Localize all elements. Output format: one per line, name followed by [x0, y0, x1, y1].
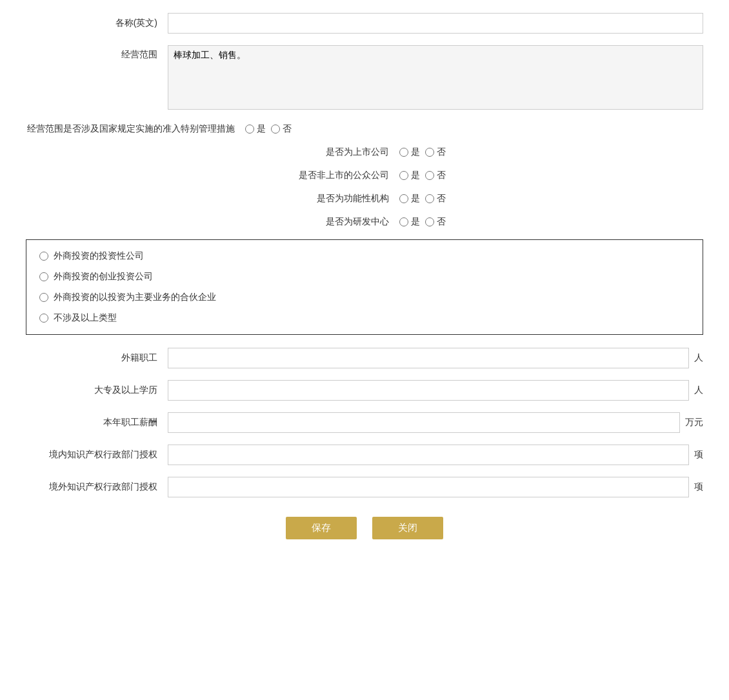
non-listed-public-yes-item[interactable]: 是	[399, 170, 420, 181]
button-row: 保存 关闭	[26, 517, 703, 539]
rd-center-no-label: 否	[437, 216, 446, 228]
domestic-ip-input[interactable]	[168, 445, 689, 465]
listed-no-radio[interactable]	[425, 148, 434, 157]
annual-salary-label: 本年职工薪酬	[26, 417, 168, 428]
annual-salary-unit: 万元	[685, 417, 703, 428]
investment-radio-3[interactable]	[39, 314, 48, 323]
listed-no-item[interactable]: 否	[425, 146, 446, 158]
college-above-input[interactable]	[168, 380, 689, 401]
business-scope-textarea[interactable]: 棒球加工、销售。	[168, 45, 703, 110]
rd-center-row: 是否为研发中心 是 否	[26, 216, 703, 228]
investment-label-3: 不涉及以上类型	[54, 312, 117, 324]
investment-option-0[interactable]: 外商投资的投资性公司	[39, 250, 690, 262]
functional-org-yes-label: 是	[411, 193, 420, 205]
functional-org-radio-group: 是 否	[399, 193, 446, 205]
special-mgmt-no-item[interactable]: 否	[271, 123, 292, 135]
business-scope-label: 经营范围	[26, 45, 168, 61]
non-listed-public-no-item[interactable]: 否	[425, 170, 446, 181]
special-mgmt-yes-item[interactable]: 是	[245, 123, 266, 135]
non-listed-public-yes-radio[interactable]	[399, 171, 408, 180]
foreign-ip-label: 境外知识产权行政部门授权	[26, 481, 168, 493]
college-above-label: 大专及以上学历	[26, 385, 168, 396]
non-listed-public-yes-label: 是	[411, 170, 420, 181]
rd-center-yes-item[interactable]: 是	[399, 216, 420, 228]
special-mgmt-radio-group: 是 否	[245, 123, 292, 135]
listed-yes-radio[interactable]	[399, 148, 408, 157]
college-above-unit: 人	[694, 385, 703, 396]
foreign-employees-label: 外籍职工	[26, 352, 168, 364]
functional-org-no-radio[interactable]	[425, 194, 434, 203]
annual-salary-input[interactable]	[168, 412, 680, 433]
investment-option-2[interactable]: 外商投资的以投资为主要业务的合伙企业	[39, 292, 690, 303]
name-en-row: 各称(英文)	[26, 13, 703, 34]
business-scope-wrapper: 棒球加工、销售。	[168, 45, 703, 112]
functional-org-no-item[interactable]: 否	[425, 193, 446, 205]
business-scope-row: 经营范围 棒球加工、销售。	[26, 45, 703, 112]
close-button[interactable]: 关闭	[372, 517, 443, 539]
investment-option-1[interactable]: 外商投资的创业投资公司	[39, 271, 690, 283]
name-en-input[interactable]	[168, 13, 703, 34]
investment-radio-0[interactable]	[39, 252, 48, 261]
special-mgmt-yes-radio[interactable]	[245, 125, 254, 134]
investment-option-3[interactable]: 不涉及以上类型	[39, 312, 690, 324]
foreign-employees-input[interactable]	[168, 348, 689, 368]
listed-row: 是否为上市公司 是 否	[26, 146, 703, 158]
college-above-row: 大专及以上学历 人	[26, 380, 703, 401]
special-mgmt-no-label: 否	[283, 123, 292, 135]
functional-org-yes-item[interactable]: 是	[399, 193, 420, 205]
rd-center-yes-radio[interactable]	[399, 217, 408, 226]
non-listed-public-no-radio[interactable]	[425, 171, 434, 180]
functional-org-no-label: 否	[437, 193, 446, 205]
functional-org-label: 是否为功能性机构	[283, 193, 399, 205]
foreign-employees-unit: 人	[694, 352, 703, 364]
domestic-ip-label: 境内知识产权行政部门授权	[26, 449, 168, 461]
foreign-ip-row: 境外知识产权行政部门授权 项	[26, 477, 703, 497]
special-mgmt-no-radio[interactable]	[271, 125, 280, 134]
annual-salary-row: 本年职工薪酬 万元	[26, 412, 703, 433]
investment-label-2: 外商投资的以投资为主要业务的合伙企业	[54, 292, 216, 303]
investment-box: 外商投资的投资性公司 外商投资的创业投资公司 外商投资的以投资为主要业务的合伙企…	[26, 239, 703, 335]
non-listed-public-radio-group: 是 否	[399, 170, 446, 181]
non-listed-public-row: 是否非上市的公众公司 是 否	[26, 170, 703, 181]
listed-yes-item[interactable]: 是	[399, 146, 420, 158]
form-container: 各称(英文) 经营范围 棒球加工、销售。 经营范围是否涉及国家规定实施的准入特别…	[26, 13, 703, 539]
investment-label-0: 外商投资的投资性公司	[54, 250, 144, 262]
special-mgmt-yes-label: 是	[257, 123, 266, 135]
special-mgmt-row: 经营范围是否涉及国家规定实施的准入特别管理措施 是 否	[26, 123, 703, 135]
foreign-ip-unit: 项	[694, 481, 703, 493]
domestic-ip-row: 境内知识产权行政部门授权 项	[26, 445, 703, 465]
non-listed-public-no-label: 否	[437, 170, 446, 181]
listed-label: 是否为上市公司	[283, 146, 399, 158]
rd-center-no-radio[interactable]	[425, 217, 434, 226]
non-listed-public-label: 是否非上市的公众公司	[283, 170, 399, 181]
listed-radio-group: 是 否	[399, 146, 446, 158]
foreign-employees-row: 外籍职工 人	[26, 348, 703, 368]
functional-org-row: 是否为功能性机构 是 否	[26, 193, 703, 205]
domestic-ip-unit: 项	[694, 449, 703, 461]
rd-center-label: 是否为研发中心	[283, 216, 399, 228]
save-button[interactable]: 保存	[286, 517, 357, 539]
listed-yes-label: 是	[411, 146, 420, 158]
name-en-label: 各称(英文)	[26, 17, 168, 29]
rd-center-radio-group: 是 否	[399, 216, 446, 228]
special-mgmt-label: 经营范围是否涉及国家规定实施的准入特别管理措施	[26, 123, 245, 135]
investment-label-1: 外商投资的创业投资公司	[54, 271, 153, 283]
investment-radio-1[interactable]	[39, 272, 48, 281]
foreign-ip-input[interactable]	[168, 477, 689, 497]
rd-center-yes-label: 是	[411, 216, 420, 228]
listed-no-label: 否	[437, 146, 446, 158]
functional-org-yes-radio[interactable]	[399, 194, 408, 203]
investment-radio-2[interactable]	[39, 293, 48, 302]
rd-center-no-item[interactable]: 否	[425, 216, 446, 228]
